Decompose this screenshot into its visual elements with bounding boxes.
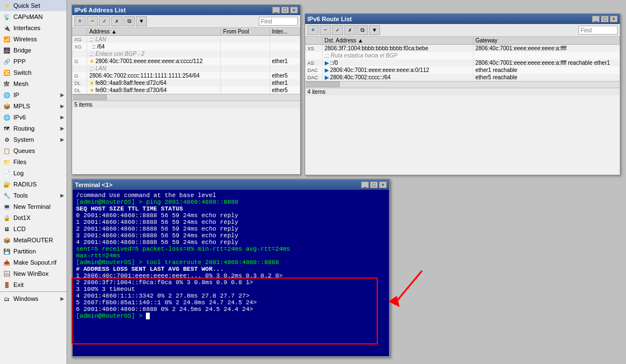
route-table: Dst. Address ▲ Gateway XS2806:3f7:1004:b… [305, 37, 620, 81]
row-pool [221, 65, 269, 72]
route-remove-button[interactable]: − [320, 25, 331, 35]
terminal-controls: _ □ × [361, 181, 387, 188]
table-row[interactable]: XS2806:3f7:1004:bbbb:bbbb:bbbb:f0ca:bebe… [305, 45, 620, 52]
route-disable-button[interactable]: ✗ [344, 25, 355, 35]
mpls-icon: 📦 [2, 102, 11, 111]
sidebar-item-switch[interactable]: 🔀 Switch [0, 67, 67, 78]
sidebar-item-exit[interactable]: 🚪 Exit [0, 279, 67, 290]
sidebar-item-ip[interactable]: 🌐 IP ▶ [0, 89, 67, 100]
route-enable-button[interactable]: ✓ [332, 25, 343, 35]
row-pool [221, 43, 269, 50]
sidebar-item-log[interactable]: 📄 Log [0, 167, 67, 179]
route-maximize-button[interactable]: □ [601, 16, 609, 22]
disable-button[interactable]: ✗ [111, 16, 122, 26]
terminal-close-button[interactable]: × [379, 181, 387, 188]
close-button[interactable]: × [290, 7, 298, 13]
sidebar-item-wireless[interactable]: 📶 Wireless [0, 33, 67, 45]
route-hscrollbar-thumb[interactable] [306, 82, 340, 87]
svg-line-0 [394, 271, 422, 304]
filter-button[interactable]: ▼ [136, 16, 147, 26]
windows-icon: 🗂 [2, 294, 11, 303]
minimize-button[interactable]: _ [272, 7, 280, 13]
sidebar-item-tools[interactable]: 🔧 Tools ▶ [0, 190, 67, 201]
terminal-line: 2 2806:3f7:1004::f0ca:f0ca 0% 3 0.8ms 0.… [76, 279, 386, 286]
terminal-minimize-button[interactable]: _ [361, 181, 369, 188]
ipv6-route-list-window: IPv6 Route List _ □ × + − ✓ ✗ ⧉ ▼ Dst. A… [305, 13, 620, 175]
sidebar-item-bridge[interactable]: 🌉 Bridge [0, 45, 67, 56]
route-gw: 2806:40c:7001:eeee:eeee:eeee:a:ffff reac… [473, 59, 620, 66]
interfaces-icon: 🔌 [2, 23, 11, 32]
address-hscrollbar[interactable] [72, 94, 300, 100]
sidebar-item-dot1x[interactable]: 🔒 Dot1X [0, 212, 67, 223]
table-row[interactable]: DL★fe80::4aa9:8aff:feee:d730/64ether5 [72, 87, 300, 94]
sidebar-item-new-winbox[interactable]: 🪟 New WinBox [0, 268, 67, 279]
enable-button[interactable]: ✓ [99, 16, 110, 26]
sidebar-item-ppp[interactable]: 🔗 PPP [0, 56, 67, 67]
sidebar-item-quickset[interactable]: ⚡ Quick Set [0, 0, 67, 11]
table-row[interactable]: XG :: /64 [72, 43, 300, 50]
copy-button[interactable]: ⧉ [124, 16, 135, 26]
table-row[interactable]: DAC▶2806:40c:7001:eeee:eeee:eeee:a:0/112… [305, 66, 620, 74]
table-row[interactable]: ;;; LAN [72, 65, 300, 72]
table-header-row: Address ▲ From Pool Inter... [72, 28, 300, 36]
capsman-icon: 📡 [2, 12, 11, 21]
route-dst: ▶2806:40c:7001:eeee:eeee:eeee:a:0/112 [322, 66, 473, 74]
table-row[interactable]: XG;;; LAN [72, 36, 300, 44]
route-gw: ether5 reachable [473, 74, 620, 81]
address-hscrollbar-thumb[interactable] [73, 94, 107, 100]
maximize-button[interactable]: □ [281, 7, 289, 13]
system-submenu-arrow: ▶ [60, 137, 64, 142]
address-table-container: Address ▲ From Pool Inter... XG;;; LANXG… [72, 28, 300, 94]
row-address: 2806:40c:7002:cccc:1111:1111:1111:254/64 [87, 72, 221, 79]
route-find-input[interactable] [578, 26, 618, 35]
table-row[interactable]: AS▶::/02806:40c:7001:eeee:eeee:eeee:a:ff… [305, 59, 620, 66]
terminal-content[interactable]: /command Use command at the base level[a… [73, 190, 389, 356]
route-flag: DAC [305, 74, 322, 81]
sidebar-item-routing[interactable]: 🗺 Routing ▶ [0, 123, 67, 134]
sidebar-item-new-terminal[interactable]: 💻 New Terminal [0, 201, 67, 212]
sidebar-item-radius[interactable]: 🔐 RADIUS [0, 179, 67, 190]
sidebar-item-partition[interactable]: 💾 Partition [0, 246, 67, 257]
sidebar-item-make-supout[interactable]: 📤 Make Supout.rif [0, 257, 67, 268]
remove-button[interactable]: − [87, 16, 98, 26]
sidebar-item-metarouter[interactable]: 📦 MetaROUTER [0, 234, 67, 246]
sidebar-item-files[interactable]: 📁 Files [0, 156, 67, 167]
sidebar-item-windows[interactable]: 🗂 Windows ▶ [0, 293, 67, 304]
sidebar-item-mpls[interactable]: 📦 MPLS ▶ [0, 100, 67, 112]
route-close-button[interactable]: × [610, 16, 618, 22]
add-button[interactable]: + [74, 16, 86, 26]
row-interface: ether1 [269, 58, 300, 65]
row-address: ;;; LAN [87, 36, 221, 44]
table-row[interactable]: G★2806:40c:7001:eeee:eeee:eeee:a:cccc/11… [72, 58, 300, 65]
terminal-line: /command Use command at the base level [76, 192, 386, 199]
route-filter-button[interactable]: ▼ [369, 25, 380, 35]
route-minimize-button[interactable]: _ [592, 16, 600, 22]
route-copy-button[interactable]: ⧉ [357, 25, 368, 35]
terminal-line: 1 2001:4860:4860::8888 56 59 24ms echo r… [76, 219, 386, 226]
table-row[interactable]: DL★fe80::4aa9:8aff:feee:d72c/64ether1 [72, 79, 300, 87]
table-row[interactable]: DAC▶2806:40c:7002:cccc::/64ether5 reacha… [305, 74, 620, 81]
table-row[interactable]: ;;; Ruta estatica hacia el BGP [305, 52, 620, 59]
sidebar-item-mesh[interactable]: 🕸 Mesh [0, 78, 67, 89]
route-hscrollbar[interactable] [305, 81, 620, 88]
bridge-icon: 🌉 [2, 46, 11, 55]
ipv6-route-list-titlebar: IPv6 Route List _ □ × [305, 14, 620, 24]
table-row[interactable]: ;;; Enlace con BGP - 2 [72, 50, 300, 58]
sidebar-item-system[interactable]: ⚙ System ▶ [0, 134, 67, 145]
route-count: 4 items [307, 89, 325, 95]
terminal-maximize-button[interactable]: □ [370, 181, 378, 188]
terminal-line: 1 2806:40c:7001:eeee:eeee:eeee:... 0% 3 … [76, 272, 386, 279]
sidebar-item-capsman[interactable]: 📡 CAPsMAN [0, 11, 67, 22]
sidebar-item-lcd[interactable]: 🖥 LCD [0, 223, 67, 234]
log-icon: 📄 [2, 169, 11, 178]
route-add-button[interactable]: + [307, 25, 319, 35]
sidebar-item-queues[interactable]: 📋 Queues [0, 145, 67, 156]
find-input[interactable] [259, 17, 298, 26]
new-winbox-icon: 🪟 [2, 269, 11, 278]
terminal-line: max-rtt=24ms [76, 252, 386, 259]
row-pool [221, 87, 269, 94]
sidebar-item-ipv6[interactable]: 🌐 IPv6 ▶ [0, 112, 67, 123]
route-gw: 2806:40c:7001:eeee:eeee:eeee:a:ffff [473, 45, 620, 52]
sidebar-item-interfaces[interactable]: 🔌 Interfaces [0, 22, 67, 33]
table-row[interactable]: G2806:40c:7002:cccc:1111:1111:1111:254/6… [72, 72, 300, 79]
